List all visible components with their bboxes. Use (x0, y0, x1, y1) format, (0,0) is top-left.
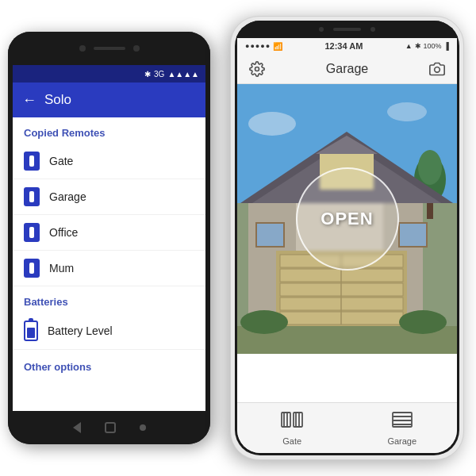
iphone-status-bar: ●●●●● 📶 12:34 AM ▲ ✱ 100% ▐ (237, 38, 457, 54)
bluetooth-icon: ✱ (415, 42, 421, 50)
iphone-camera-2 (370, 27, 375, 32)
android-phone: ✱ 3G ▲▲▲▲ ← Solo Copied Remotes Gate Gar… (8, 32, 210, 444)
list-item-mum[interactable]: Mum (13, 251, 205, 286)
iphone-notch (235, 21, 459, 38)
gate-tab-icon (281, 410, 303, 434)
tab-garage[interactable]: Garage (347, 410, 458, 446)
android-nav-bar (8, 411, 210, 444)
garage-tab-icon (391, 410, 413, 434)
back-nav-icon[interactable] (73, 422, 81, 433)
toolbar-title: Solo (44, 92, 71, 108)
list-item-label-battery: Battery Level (48, 324, 113, 337)
section-header-batteries: Batteries (13, 286, 205, 313)
status-right: ▲ ✱ 100% ▐ (405, 42, 449, 50)
android-status-bar: ✱ 3G ▲▲▲▲ (13, 65, 205, 83)
garage-photo: OPEN (237, 84, 457, 354)
remote-icon-gate (24, 152, 40, 171)
status-time: 12:34 AM (324, 41, 363, 51)
tab-gate[interactable]: Gate (237, 410, 347, 446)
section-header-copied-remotes: Copied Remotes (13, 117, 205, 144)
svg-rect-29 (282, 413, 290, 427)
wifi-icon: 📶 (273, 42, 282, 51)
svg-point-0 (255, 67, 259, 71)
list-item-office[interactable]: Office (13, 215, 205, 251)
open-button[interactable]: OPEN (296, 167, 399, 271)
android-toolbar: ← Solo (13, 83, 205, 117)
nav-title: Garage (326, 62, 368, 76)
recents-nav-icon[interactable] (140, 424, 146, 431)
list-item-label-gate: Gate (49, 155, 73, 167)
list-item-label-mum: Mum (49, 262, 74, 274)
list-item-garage[interactable]: Garage (13, 179, 205, 215)
iphone-nav-bar: Garage (237, 54, 457, 84)
svg-rect-28 (399, 223, 427, 247)
battery-text: 100% (424, 42, 442, 50)
signal-dots: ●●●●● (245, 42, 271, 50)
home-nav-icon[interactable] (105, 422, 116, 433)
list-item-label-office: Office (49, 226, 78, 239)
svg-point-4 (248, 112, 296, 136)
iphone: ●●●●● 📶 12:34 AM ▲ ✱ 100% ▐ (230, 16, 464, 460)
android-top-bar (8, 32, 210, 65)
svg-point-1 (435, 67, 440, 72)
location-icon: ▲ (405, 42, 413, 50)
settings-icon[interactable] (248, 60, 266, 78)
status-signal: 3G (154, 70, 164, 79)
android-screen: ✱ 3G ▲▲▲▲ ← Solo Copied Remotes Gate Gar… (13, 65, 205, 411)
svg-rect-30 (294, 413, 302, 427)
back-button[interactable]: ← (22, 92, 36, 109)
camera-icon[interactable] (428, 60, 446, 78)
list-item-gate[interactable]: Gate (13, 144, 205, 179)
iphone-camera (319, 27, 324, 32)
android-camera (79, 45, 86, 52)
iphone-inner: ●●●●● 📶 12:34 AM ▲ ✱ 100% ▐ (235, 21, 459, 455)
svg-point-25 (240, 310, 288, 334)
list-item-label-garage: Garage (49, 190, 86, 203)
iphone-tab-bar: Gate Garage (237, 402, 457, 453)
android-camera-2 (133, 45, 140, 52)
svg-point-26 (399, 310, 447, 334)
iphone-speaker (333, 28, 361, 31)
scene: ✱ 3G ▲▲▲▲ ← Solo Copied Remotes Gate Gar… (0, 0, 476, 476)
remote-icon-garage (24, 187, 40, 206)
status-bars: ▲▲▲▲ (167, 70, 199, 79)
android-content: Copied Remotes Gate Garage Office Mum (13, 117, 205, 384)
open-label: OPEN (321, 209, 373, 229)
garage-tab-label: Garage (387, 436, 416, 446)
gate-tab-label: Gate (282, 436, 301, 446)
other-options-link[interactable]: Other options (13, 350, 205, 384)
svg-point-8 (418, 150, 442, 185)
remote-icon-mum (24, 259, 40, 278)
status-bluetooth: ✱ (144, 70, 151, 79)
svg-rect-27 (256, 223, 284, 247)
iphone-screen: ●●●●● 📶 12:34 AM ▲ ✱ 100% ▐ (237, 38, 457, 453)
battery-bar: ▐ (444, 42, 449, 50)
status-left: ●●●●● 📶 (245, 42, 282, 51)
list-item-battery-level[interactable]: Battery Level (13, 313, 205, 350)
remote-icon-office (24, 223, 40, 242)
android-speaker (94, 47, 125, 50)
battery-icon (24, 321, 38, 341)
svg-point-5 (387, 102, 427, 121)
